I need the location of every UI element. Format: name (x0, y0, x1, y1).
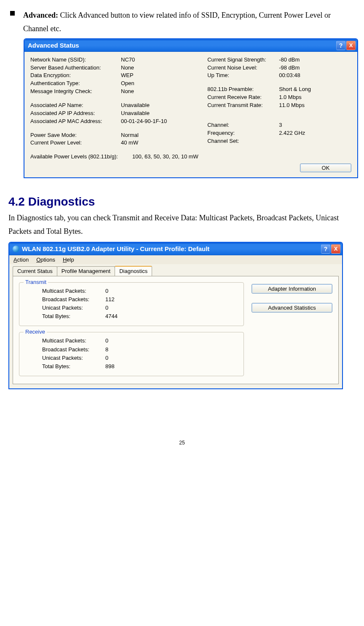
label-ap-name: Associated AP Name: (30, 102, 121, 110)
value-rx-multicast: 0 (105, 337, 108, 345)
close-button[interactable]: X (346, 41, 356, 50)
value-ap-mac: 00-01-24-90-1F-10 (121, 118, 203, 126)
label-rx-total: Total Bytes: (42, 362, 105, 371)
value-tx-total: 4744 (105, 312, 118, 321)
label-preamble: 802.11b Preamble: (207, 86, 279, 94)
value-rx-rate: 1.0 Mbps (279, 94, 351, 102)
value-rx-total: 898 (105, 362, 115, 371)
close-button[interactable]: X (331, 244, 340, 254)
adapter-info-button[interactable]: Adapter Information (252, 284, 332, 294)
label-signal: Current Signal Strength: (207, 56, 279, 64)
bullet-item: Advanced: Click Advanced button to view … (10, 8, 356, 36)
label-server-auth: Server Based Authentication: (30, 64, 121, 72)
bullet-label: Advanced: (23, 11, 58, 19)
label-avail-power: Available Power Levels (802.11b/g): (30, 153, 132, 161)
label-encryption: Data Encryption: (30, 72, 121, 80)
close-icon: X (334, 246, 338, 252)
button-label: Advanced Statistics (268, 305, 316, 311)
value-uptime: 00:03:48 (279, 72, 351, 80)
bullet-icon (10, 11, 15, 16)
value-power-save: Normal (121, 131, 203, 139)
value-tx-unicast: 0 (105, 304, 108, 312)
label-tx-total: Total Bytes: (42, 312, 105, 321)
label-noise: Current Noise Level: (207, 64, 279, 72)
label-tx-broadcast: Broadcast Packets: (42, 295, 105, 304)
label-auth-type: Authentication Type: (30, 80, 121, 88)
transmit-group: Transmit Multicast Packets:0 Broadcast P… (19, 282, 244, 326)
tab-label: Profile Management (62, 268, 110, 274)
value-rx-unicast: 0 (105, 354, 108, 362)
receive-group: Receive Multicast Packets:0 Broadcast Pa… (19, 332, 244, 376)
label-ssid: Network Name (SSID): (30, 56, 121, 64)
advanced-stats-button[interactable]: Advanced Statistics (252, 303, 332, 313)
label-uptime: Up Time: (207, 72, 279, 80)
tab-label: Current Status (17, 268, 53, 274)
menu-action[interactable]: Action (13, 257, 29, 263)
value-power-level: 40 mW (121, 139, 203, 147)
page-number: 25 (8, 440, 356, 446)
label-frequency: Frequency: (207, 129, 279, 137)
tab-strip: Current Status Profile Management Diagno… (13, 266, 339, 276)
label-ap-ip: Associated AP IP Address: (30, 110, 121, 118)
value-auth-type: Open (121, 80, 203, 88)
window-title: WLAN 802.11g USB2.0 Adapter Utility - Cu… (22, 245, 320, 252)
label-channel-set: Channel Set: (207, 137, 279, 145)
value-ap-name: Unavailable (121, 102, 203, 110)
value-channel-set (279, 137, 351, 145)
tab-profile-management[interactable]: Profile Management (57, 266, 115, 276)
label-rx-unicast: Unicast Packets: (42, 354, 105, 362)
value-ssid: NC70 (121, 56, 203, 64)
titlebar: WLAN 802.11g USB2.0 Adapter Utility - Cu… (9, 243, 342, 255)
app-icon (13, 246, 19, 252)
menu-bar: Action Options Help (9, 255, 342, 264)
ok-label: OK (322, 165, 330, 171)
section-paragraph: In Diagnostics tab, you can check Transm… (8, 211, 356, 238)
help-icon: ? (339, 42, 343, 49)
tab-panel: Transmit Multicast Packets:0 Broadcast P… (13, 276, 339, 384)
button-label: Adapter Information (268, 286, 316, 292)
ok-button[interactable]: OK (300, 163, 351, 172)
value-ap-ip: Unavailable (121, 110, 203, 118)
label-channel: Channel: (207, 121, 279, 129)
menu-help[interactable]: Help (63, 257, 74, 263)
value-preamble: Short & Long (279, 86, 351, 94)
tab-diagnostics[interactable]: Diagnostics (115, 266, 152, 276)
label-power-level: Current Power Level: (30, 139, 121, 147)
value-channel: 3 (279, 121, 351, 129)
help-button[interactable]: ? (321, 244, 330, 254)
value-rx-broadcast: 8 (105, 345, 108, 354)
value-signal: -80 dBm (279, 56, 351, 64)
value-tx-broadcast: 112 (105, 295, 115, 304)
label-tx-rate: Current Transmit Rate: (207, 102, 279, 110)
value-frequency: 2.422 GHz (279, 129, 351, 137)
label-rx-multicast: Multicast Packets: (42, 337, 105, 345)
transmit-legend: Transmit (24, 279, 48, 285)
tab-current-status[interactable]: Current Status (13, 266, 57, 276)
menu-options[interactable]: Options (36, 257, 55, 263)
label-tx-multicast: Multicast Packets: (42, 287, 105, 295)
value-avail-power: 100, 63, 50, 30, 20, 10 mW (132, 153, 203, 161)
section-heading: 4.2 Diagnostics (8, 195, 356, 209)
help-icon: ? (324, 246, 328, 252)
value-tx-rate: 11.0 Mbps (279, 102, 351, 110)
value-tx-multicast: 0 (105, 287, 108, 295)
label-rx-broadcast: Broadcast Packets: (42, 345, 105, 354)
bullet-desc: Click Advanced button to view related in… (23, 11, 331, 33)
label-mic: Message Integrity Check: (30, 88, 121, 96)
help-button[interactable]: ? (336, 41, 345, 50)
value-encryption: WEP (121, 72, 203, 80)
value-noise: -98 dBm (279, 64, 351, 72)
bullet-text: Advanced: Click Advanced button to view … (23, 8, 356, 36)
label-tx-unicast: Unicast Packets: (42, 304, 105, 312)
window-title: Advanced Status (28, 42, 335, 49)
tab-label: Diagnostics (119, 268, 147, 274)
label-ap-mac: Associated AP MAC Address: (30, 118, 121, 126)
label-rx-rate: Current Receive Rate: (207, 94, 279, 102)
label-power-save: Power Save Mode: (30, 131, 121, 139)
diagnostics-window: WLAN 802.11g USB2.0 Adapter Utility - Cu… (8, 242, 343, 389)
window-body: Network Name (SSID):NC70 Server Based Au… (24, 52, 357, 177)
advanced-status-window: Advanced Status ? X Network Name (SSID):… (24, 38, 358, 178)
close-icon: X (349, 42, 353, 48)
value-server-auth: None (121, 64, 203, 72)
titlebar: Advanced Status ? X (24, 39, 357, 52)
